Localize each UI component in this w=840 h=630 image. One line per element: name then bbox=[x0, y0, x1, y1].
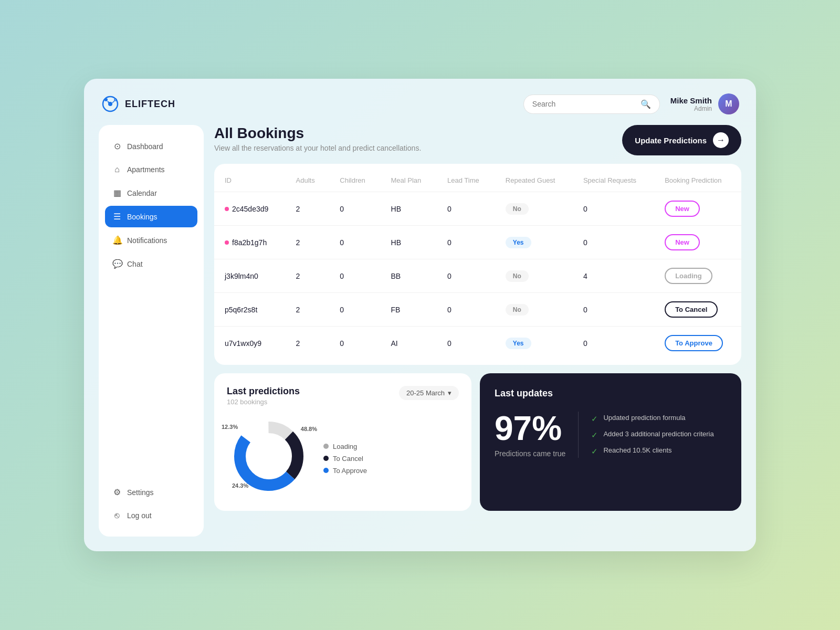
update-item: ✓ Reached 10.5K clients bbox=[591, 446, 713, 456]
sidebar-label-bookings: Bookings bbox=[127, 213, 158, 221]
logout-icon: ⎋ bbox=[112, 511, 122, 520]
chevron-down-icon: ▾ bbox=[448, 389, 452, 397]
cell-repeated-guest: No bbox=[495, 293, 573, 327]
cell-prediction: New bbox=[654, 192, 741, 226]
donut-chart: 12.3% 24.3% 48.8% bbox=[227, 414, 311, 498]
col-repeated-guest: Repeated Guest bbox=[495, 169, 573, 192]
sidebar-item-dashboard[interactable]: ⊙ Dashboard bbox=[105, 135, 197, 157]
sidebar-label-settings: Settings bbox=[127, 488, 154, 497]
check-icon: ✓ bbox=[591, 414, 598, 424]
sidebar-item-notifications[interactable]: 🔔 Notifications bbox=[105, 229, 197, 251]
cell-lead-time: 0 bbox=[437, 327, 495, 360]
cell-special-requests: 0 bbox=[573, 226, 654, 259]
loading-label: Loading bbox=[333, 443, 357, 450]
update-item: ✓ Added 3 additional prediction criteria bbox=[591, 430, 713, 440]
loading-dot bbox=[323, 444, 329, 449]
table-header-row: ID Adults Children Meal Plan Lead Time R… bbox=[214, 169, 741, 192]
repeated-guest-badge: No bbox=[506, 270, 529, 282]
update-text: Reached 10.5K clients bbox=[603, 446, 671, 454]
cell-meal-plan: HB bbox=[381, 192, 437, 226]
table-row: 2c45de3d9 2 0 HB 0 No 0 New bbox=[214, 192, 741, 226]
sidebar-item-apartments[interactable]: ⌂ Apartments bbox=[105, 159, 197, 180]
cancel-dot bbox=[323, 456, 329, 461]
sidebar: ⊙ Dashboard ⌂ Apartments ▦ Calendar ☰ Bo… bbox=[99, 125, 204, 537]
date-filter-label: 20-25 March bbox=[406, 389, 445, 397]
sidebar-label-calendar: Calendar bbox=[127, 189, 157, 197]
prediction-badge[interactable]: To Cancel bbox=[665, 301, 718, 318]
table-row: u7v1wx0y9 2 0 AI 0 Yes 0 To Approve bbox=[214, 327, 741, 360]
header-right: 🔍 Mike Smith Admin M bbox=[523, 93, 739, 114]
label-approve: 48.8% bbox=[301, 426, 317, 432]
prediction-badge[interactable]: Loading bbox=[665, 268, 712, 284]
apartments-icon: ⌂ bbox=[112, 165, 122, 174]
col-children: Children bbox=[329, 169, 380, 192]
approve-dot bbox=[323, 468, 329, 473]
prediction-badge[interactable]: To Approve bbox=[665, 335, 723, 351]
cell-id: u7v1wx0y9 bbox=[214, 327, 286, 360]
search-input[interactable] bbox=[532, 100, 636, 108]
sidebar-nav: ⊙ Dashboard ⌂ Apartments ▦ Calendar ☰ Bo… bbox=[105, 135, 197, 275]
check-icon: ✓ bbox=[591, 447, 598, 456]
legend-approve: To Approve bbox=[323, 467, 367, 475]
repeated-guest-badge: No bbox=[506, 203, 529, 215]
bookings-icon: ☰ bbox=[112, 212, 122, 222]
predictions-title-group: Last predictions 102 bookings bbox=[227, 386, 300, 406]
search-bar[interactable]: 🔍 bbox=[523, 94, 660, 114]
cell-prediction: New bbox=[654, 226, 741, 259]
legend-cancel: To Cancel bbox=[323, 455, 367, 463]
sidebar-label-dashboard: Dashboard bbox=[127, 142, 163, 151]
cell-children: 0 bbox=[329, 293, 380, 327]
svg-point-2 bbox=[104, 98, 108, 101]
content-area: All Bookings View all the reservations a… bbox=[214, 125, 741, 537]
repeated-guest-badge: No bbox=[506, 304, 529, 316]
user-role: Admin bbox=[670, 105, 712, 112]
dashboard-icon: ⊙ bbox=[112, 141, 122, 151]
booking-id-value: j3k9lm4n0 bbox=[225, 272, 258, 280]
repeated-guest-badge: Yes bbox=[506, 338, 531, 349]
cell-adults: 2 bbox=[286, 259, 330, 293]
cell-children: 0 bbox=[329, 226, 380, 259]
sidebar-item-logout[interactable]: ⎋ Log out bbox=[105, 505, 197, 526]
calendar-icon: ▦ bbox=[112, 188, 122, 198]
cell-lead-time: 0 bbox=[437, 293, 495, 327]
cell-repeated-guest: Yes bbox=[495, 226, 573, 259]
prediction-badge[interactable]: New bbox=[665, 234, 700, 250]
sidebar-item-bookings[interactable]: ☰ Bookings bbox=[105, 206, 197, 227]
updates-content: 97% Predictions came true ✓ Updated pred… bbox=[495, 412, 727, 458]
update-item: ✓ Updated prediction formula bbox=[591, 414, 713, 424]
date-filter[interactable]: 20-25 March ▾ bbox=[399, 386, 459, 400]
user-info: Mike Smith Admin M bbox=[670, 93, 739, 114]
big-percent: 97% bbox=[495, 412, 565, 445]
col-booking-prediction: Booking Prediction bbox=[654, 169, 741, 192]
cell-id: f8a2b1g7h bbox=[214, 226, 286, 259]
cell-repeated-guest: No bbox=[495, 259, 573, 293]
update-predictions-button[interactable]: Update Predictions → bbox=[622, 125, 741, 155]
table-row: j3k9lm4n0 2 0 BB 0 No 4 Loading bbox=[214, 259, 741, 293]
check-icon: ✓ bbox=[591, 430, 598, 440]
sidebar-item-calendar[interactable]: ▦ Calendar bbox=[105, 182, 197, 204]
search-icon: 🔍 bbox=[640, 99, 651, 109]
predictions-subtitle: 102 bookings bbox=[227, 398, 300, 406]
col-adults: Adults bbox=[286, 169, 330, 192]
sidebar-bottom: ⚙ Settings ⎋ Log out bbox=[105, 481, 197, 526]
last-predictions-card: Last predictions 102 bookings 20-25 Marc… bbox=[214, 373, 471, 511]
sidebar-item-settings[interactable]: ⚙ Settings bbox=[105, 481, 197, 503]
user-name: Mike Smith bbox=[670, 96, 712, 105]
status-dot bbox=[225, 240, 229, 245]
cell-repeated-guest: No bbox=[495, 192, 573, 226]
cell-id: p5q6r2s8t bbox=[214, 293, 286, 327]
col-id: ID bbox=[214, 169, 286, 192]
sidebar-label-chat: Chat bbox=[127, 260, 143, 268]
cell-id: 2c45de3d9 bbox=[214, 192, 286, 226]
approve-label: To Approve bbox=[333, 467, 367, 475]
cell-children: 0 bbox=[329, 327, 380, 360]
prediction-badge[interactable]: New bbox=[665, 201, 700, 217]
cell-lead-time: 0 bbox=[437, 192, 495, 226]
app-shell: ELIFTECH 🔍 Mike Smith Admin M ⊙ Dashb bbox=[84, 79, 756, 551]
booking-id-value: p5q6r2s8t bbox=[225, 306, 257, 314]
sidebar-item-chat[interactable]: 💬 Chat bbox=[105, 253, 197, 275]
update-btn-label: Update Predictions bbox=[635, 136, 707, 145]
sidebar-label-notifications: Notifications bbox=[127, 236, 167, 245]
cell-meal-plan: HB bbox=[381, 226, 437, 259]
label-loading: 12.3% bbox=[222, 424, 238, 430]
